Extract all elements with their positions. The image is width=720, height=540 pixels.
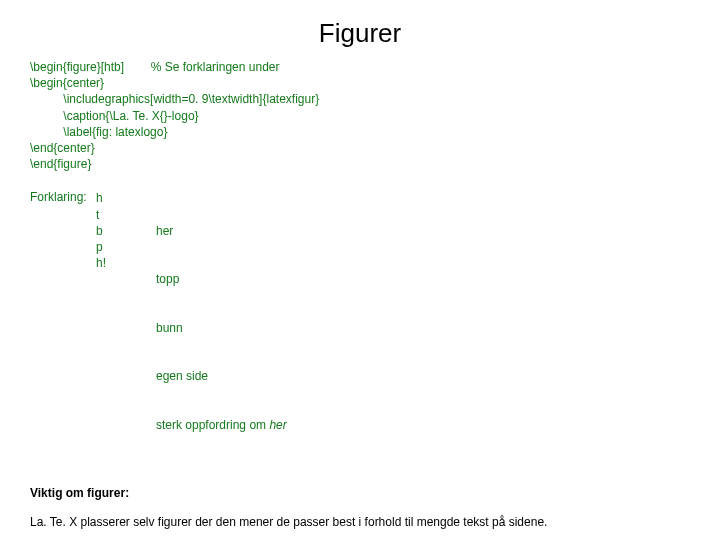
forklaring-table: Forklaring: h t b p h! her topp bunn ege… (30, 190, 690, 465)
forklaring-label: Forklaring: (30, 190, 96, 465)
fk-mean-row: bunn (156, 320, 287, 336)
fk-mean-row: topp (156, 271, 287, 287)
paragraph: La. Te. X plasserer selv figurer der den… (30, 514, 690, 530)
fk-mean-row: egen side (156, 368, 287, 384)
fk-mean-row: sterk oppfordring om her (156, 417, 287, 433)
slide: Figurer \begin{figure}[htb] % Se forklar… (0, 0, 720, 540)
forklaring-codes: h t b p h! (96, 190, 156, 465)
important-heading: Viktig om figurer: (30, 486, 690, 500)
page-title: Figurer (30, 18, 690, 49)
fk-mean-row: her (156, 223, 287, 239)
code-block: \begin{figure}[htb] % Se forklaringen un… (30, 59, 690, 172)
forklaring-meanings: her topp bunn egen side sterk oppfordrin… (156, 190, 287, 465)
